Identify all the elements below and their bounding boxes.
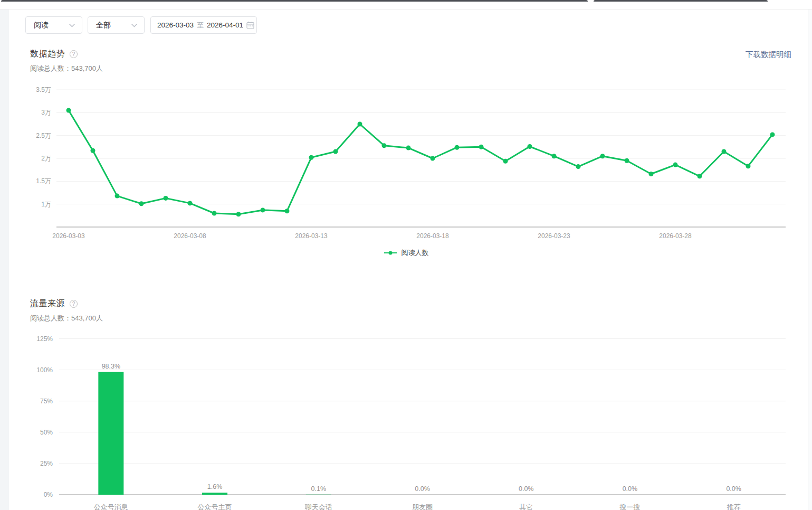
- data-point[interactable]: [722, 149, 727, 154]
- data-point[interactable]: [431, 156, 435, 161]
- y-tick-label: 50%: [40, 429, 53, 436]
- bar-value-label: 98.3%: [102, 363, 120, 370]
- data-point[interactable]: [358, 122, 362, 127]
- data-point[interactable]: [285, 209, 290, 213]
- bar-category-label: 公众号消息: [94, 503, 128, 510]
- data-point[interactable]: [455, 145, 460, 150]
- bar-value-label: 0.1%: [311, 485, 327, 493]
- legend-marker-icon: [384, 250, 397, 256]
- bar-category-label: 公众号主页: [198, 503, 232, 510]
- source-section-header: 流量来源 ?: [30, 298, 78, 309]
- x-tick-label: 2026-03-28: [659, 232, 692, 240]
- legend-item-read-users[interactable]: 阅读人数: [0, 248, 812, 258]
- data-point[interactable]: [673, 163, 678, 167]
- y-tick-label: 25%: [40, 460, 53, 467]
- y-tick-label: 75%: [40, 398, 53, 405]
- y-tick-label: 1.5万: [36, 177, 51, 185]
- data-point[interactable]: [236, 212, 241, 216]
- date-start: 2026-03-03: [157, 21, 194, 29]
- data-point[interactable]: [625, 158, 629, 163]
- data-point[interactable]: [576, 164, 581, 169]
- data-point[interactable]: [698, 174, 702, 178]
- bar-value-label: 0.0%: [623, 485, 638, 493]
- trend-line-chart: 3.5万3万2.5万2万1.5万1万2026-03-032026-03-0820…: [0, 84, 812, 243]
- legend-label: 阅读人数: [402, 248, 429, 258]
- bar[interactable]: [202, 493, 227, 495]
- scope-select[interactable]: 全部: [88, 16, 145, 34]
- chevron-down-icon: [131, 23, 138, 27]
- bar-category-label: 搜一搜: [619, 503, 640, 510]
- download-data-link[interactable]: 下载数据明细: [746, 50, 791, 60]
- window-top-border-right: [594, 0, 768, 2]
- source-total-readers: 阅读总人数：543,700人: [30, 314, 103, 323]
- data-point[interactable]: [91, 148, 95, 153]
- x-tick-label: 2026-03-03: [52, 232, 85, 240]
- x-tick-label: 2026-03-23: [538, 232, 570, 240]
- data-point[interactable]: [746, 164, 751, 168]
- trend-section-header: 数据趋势 ?: [30, 49, 78, 60]
- trend-section-title: 数据趋势: [30, 49, 65, 60]
- bar-category-label: 朋友圈: [412, 503, 433, 510]
- bar-category-label: 聊天会话: [305, 503, 332, 510]
- y-tick-label: 100%: [36, 366, 53, 374]
- source-total-readers-value: 543,700人: [71, 314, 103, 322]
- source-section-title: 流量来源: [30, 298, 65, 309]
- trend-total-readers-value: 543,700人: [71, 64, 103, 72]
- trend-total-readers-label: 阅读总人数：: [30, 64, 71, 72]
- y-tick-label: 0%: [44, 491, 53, 498]
- scope-select-value: 全部: [96, 21, 131, 30]
- y-tick-label: 1万: [41, 201, 51, 208]
- calendar-icon: [246, 21, 254, 29]
- y-tick-label: 2.5万: [36, 132, 51, 139]
- data-point[interactable]: [261, 207, 265, 212]
- source-total-readers-label: 阅读总人数：: [30, 314, 71, 322]
- data-point[interactable]: [528, 144, 532, 149]
- data-point[interactable]: [139, 201, 144, 206]
- data-point[interactable]: [164, 196, 168, 201]
- y-tick-label: 3.5万: [36, 86, 51, 93]
- bar-category-label: 推荐: [727, 503, 741, 510]
- bar-value-label: 0.0%: [415, 485, 430, 493]
- data-point[interactable]: [188, 201, 193, 205]
- data-point[interactable]: [770, 132, 775, 137]
- help-icon[interactable]: ?: [70, 50, 78, 58]
- bar-value-label: 0.0%: [519, 485, 534, 493]
- data-point[interactable]: [600, 154, 605, 158]
- bar-value-label: 1.6%: [207, 483, 223, 490]
- data-point[interactable]: [503, 159, 508, 164]
- y-tick-label: 3万: [41, 109, 51, 116]
- data-point[interactable]: [333, 149, 338, 154]
- data-point[interactable]: [552, 154, 557, 158]
- y-tick-label: 2万: [41, 155, 51, 162]
- trend-line: [69, 110, 772, 214]
- bar-value-label: 0.0%: [726, 485, 741, 493]
- data-point[interactable]: [406, 146, 411, 150]
- chevron-down-icon: [69, 23, 75, 27]
- data-point[interactable]: [649, 172, 654, 176]
- date-end: 2026-04-01: [207, 21, 243, 29]
- data-point[interactable]: [479, 145, 484, 149]
- data-point[interactable]: [66, 108, 71, 113]
- top-divider: [0, 9, 812, 10]
- x-tick-label: 2026-03-08: [174, 232, 206, 240]
- window-top-border-left: [1, 0, 588, 2]
- x-tick-label: 2026-03-18: [416, 232, 449, 240]
- source-bar-chart: 125%100%75%50%25%0%98.3%公众号消息1.6%公众号主页0.…: [0, 333, 812, 510]
- metric-select[interactable]: 阅读: [25, 16, 82, 34]
- metric-select-value: 阅读: [34, 21, 69, 30]
- date-range-picker[interactable]: 2026-03-03 至 2026-04-01: [150, 16, 257, 34]
- bar[interactable]: [98, 372, 123, 495]
- help-icon[interactable]: ?: [70, 300, 78, 308]
- trend-total-readers: 阅读总人数：543,700人: [30, 64, 103, 73]
- data-point[interactable]: [382, 143, 387, 148]
- data-point[interactable]: [115, 194, 120, 199]
- data-point[interactable]: [212, 211, 217, 216]
- bar-category-label: 其它: [519, 503, 533, 510]
- y-tick-label: 125%: [36, 335, 53, 343]
- date-separator: 至: [197, 21, 204, 30]
- x-tick-label: 2026-03-13: [295, 232, 328, 240]
- data-point[interactable]: [309, 155, 314, 160]
